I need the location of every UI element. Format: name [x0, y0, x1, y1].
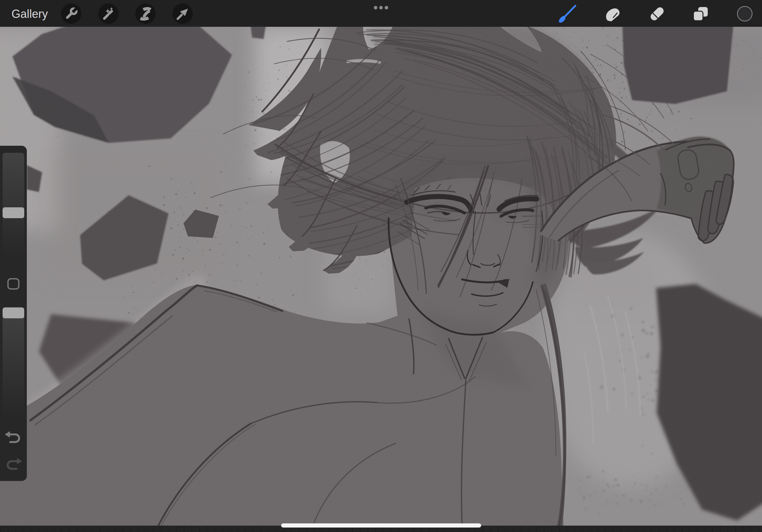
svg-text:Gallery: Gallery — [12, 7, 48, 21]
